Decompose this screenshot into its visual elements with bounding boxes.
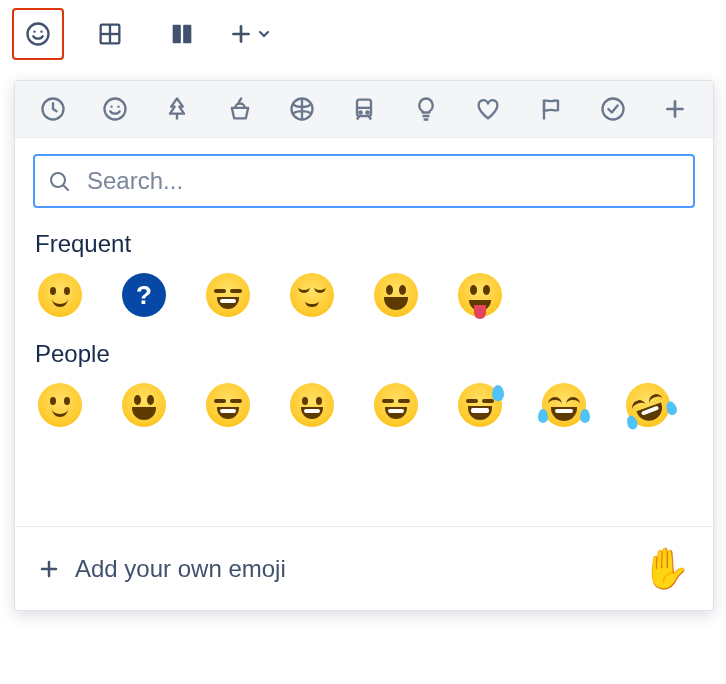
emoji-button[interactable] xyxy=(12,8,64,60)
clock-icon xyxy=(39,95,67,123)
smile-icon xyxy=(101,95,129,123)
emoji-tongue[interactable] xyxy=(455,270,505,320)
bulb-icon xyxy=(412,95,440,123)
emoji-picker: Frequent ? People Add your own emoji ✋ xyxy=(14,80,714,611)
emoji-smiley[interactable] xyxy=(371,270,421,320)
emoji-list[interactable]: Frequent ? People xyxy=(15,216,713,526)
svg-line-27 xyxy=(64,186,69,191)
flag-icon xyxy=(537,95,565,123)
emoji-question[interactable]: ? xyxy=(119,270,169,320)
emoji-rofl[interactable] xyxy=(623,380,673,430)
food-icon xyxy=(226,95,254,123)
svg-point-11 xyxy=(105,99,126,120)
svg-rect-7 xyxy=(183,25,191,44)
svg-point-18 xyxy=(359,111,361,113)
search-box[interactable] xyxy=(33,154,695,208)
category-nature[interactable] xyxy=(161,95,193,123)
ball-icon xyxy=(288,95,316,123)
svg-point-0 xyxy=(28,24,49,45)
emoji-preview-raised-hand[interactable]: ✋ xyxy=(641,545,691,592)
svg-point-2 xyxy=(40,31,42,33)
emoji-laughing[interactable] xyxy=(371,380,421,430)
add-own-emoji-label: Add your own emoji xyxy=(75,555,286,583)
insert-menu-button[interactable] xyxy=(228,21,272,47)
emoji-laughing[interactable] xyxy=(203,270,253,320)
frequent-row: ? xyxy=(31,264,697,326)
table-button[interactable] xyxy=(84,8,136,60)
section-title-frequent: Frequent xyxy=(35,230,697,258)
add-own-emoji-button[interactable]: Add your own emoji xyxy=(37,555,629,583)
category-food[interactable] xyxy=(224,95,256,123)
category-tabs xyxy=(15,81,713,138)
plus-icon xyxy=(228,21,254,47)
check-circle-icon xyxy=(599,95,627,123)
category-productivity[interactable] xyxy=(597,95,629,123)
train-icon xyxy=(350,95,378,123)
category-people[interactable] xyxy=(99,95,131,123)
emoji-slightly-smiling[interactable] xyxy=(35,270,85,320)
plus-icon xyxy=(37,557,61,581)
emoji-slightly-smiling[interactable] xyxy=(35,380,85,430)
svg-point-23 xyxy=(602,99,623,120)
category-symbols[interactable] xyxy=(472,95,504,123)
category-activity[interactable] xyxy=(286,95,318,123)
category-travel[interactable] xyxy=(348,95,380,123)
emoji-grin[interactable] xyxy=(287,380,337,430)
category-flags[interactable] xyxy=(535,95,567,123)
category-frequent[interactable] xyxy=(37,95,69,123)
emoji-smiley[interactable] xyxy=(119,380,169,430)
emoji-smile[interactable] xyxy=(203,380,253,430)
svg-rect-6 xyxy=(173,25,181,44)
svg-point-12 xyxy=(111,106,113,108)
chevron-down-icon xyxy=(256,26,272,42)
editor-toolbar xyxy=(0,0,726,68)
layout-button[interactable] xyxy=(156,8,208,60)
picker-footer: Add your own emoji ✋ xyxy=(15,526,713,610)
search-wrap xyxy=(15,138,713,216)
emoji-sweat-smile[interactable] xyxy=(455,380,505,430)
table-icon xyxy=(96,20,124,48)
category-custom[interactable] xyxy=(659,96,691,122)
section-title-people: People xyxy=(35,340,697,368)
emoji-joy[interactable] xyxy=(539,380,589,430)
search-icon xyxy=(47,169,71,193)
svg-point-13 xyxy=(118,106,120,108)
heart-icon xyxy=(474,95,502,123)
columns-icon xyxy=(168,20,196,48)
svg-point-1 xyxy=(33,31,35,33)
plus-icon xyxy=(662,96,688,122)
category-objects[interactable] xyxy=(410,95,442,123)
emoji-relieved[interactable] xyxy=(287,270,337,320)
smile-icon xyxy=(24,20,52,48)
people-row xyxy=(31,374,697,436)
search-input[interactable] xyxy=(85,166,681,196)
tree-icon xyxy=(163,95,191,123)
svg-point-19 xyxy=(366,111,368,113)
